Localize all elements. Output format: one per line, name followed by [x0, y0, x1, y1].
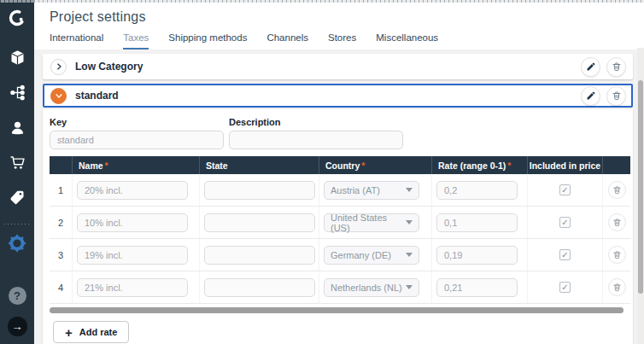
- country-select[interactable]: Germany (DE): [324, 246, 419, 265]
- required-marker: *: [361, 160, 365, 171]
- tax-category-standard[interactable]: standard: [43, 84, 633, 108]
- tab-miscellaneous[interactable]: Miscellaneous: [376, 32, 438, 50]
- vertical-scrollbar-track[interactable]: [637, 48, 644, 344]
- delete-rate-button[interactable]: [608, 278, 626, 296]
- dropdown-arrow-icon: [406, 253, 413, 257]
- category-detail-panel: Key Description Name* State Country* Rat…: [43, 109, 633, 344]
- tab-channels[interactable]: Channels: [266, 32, 308, 50]
- rate-value-input[interactable]: [436, 181, 518, 200]
- vertical-scrollbar-thumb[interactable]: [638, 80, 643, 294]
- tab-international[interactable]: International: [50, 32, 103, 50]
- tab-bar: International Taxes Shipping methods Cha…: [50, 32, 644, 50]
- tax-rates-table: Name* State Country* Rate (range 0-1)* I…: [50, 156, 630, 304]
- rate-name-input[interactable]: [77, 278, 188, 297]
- delete-rate-button[interactable]: [608, 246, 626, 264]
- key-label: Key: [50, 117, 224, 127]
- country-select[interactable]: Netherlands (NL): [324, 278, 419, 297]
- orders-cart-icon[interactable]: [7, 152, 27, 172]
- customers-icon[interactable]: [7, 117, 27, 137]
- tab-shipping-methods[interactable]: Shipping methods: [168, 32, 247, 50]
- delete-category-button[interactable]: [606, 86, 626, 106]
- rate-value-input[interactable]: [436, 278, 518, 297]
- column-header-index: [50, 156, 72, 174]
- table-row: 4 Netherlands (NL): [50, 271, 630, 304]
- row-index: 2: [50, 207, 72, 238]
- rate-value-input[interactable]: [436, 213, 518, 232]
- help-icon[interactable]: [9, 287, 26, 305]
- expand-arrow-icon[interactable]: [8, 317, 27, 336]
- table-row: 2 United States (US): [50, 207, 630, 239]
- dropdown-arrow-icon: [406, 188, 413, 192]
- table-row: 3 Germany (DE): [50, 239, 630, 271]
- column-header-name: Name*: [72, 156, 199, 174]
- description-label: Description: [229, 117, 403, 127]
- rate-state-input[interactable]: [204, 213, 315, 232]
- dropdown-arrow-icon: [406, 220, 413, 224]
- column-header-state: State: [199, 156, 319, 174]
- top-dotted-border: [0, 0, 644, 3]
- tab-stores[interactable]: Stores: [328, 32, 356, 50]
- rate-name-input[interactable]: [77, 246, 188, 265]
- delete-category-button[interactable]: [606, 57, 626, 77]
- column-header-country: Country*: [319, 156, 431, 174]
- page-header: Project settings International Taxes Shi…: [34, 0, 644, 50]
- rate-name-input[interactable]: [77, 181, 188, 200]
- rate-state-input[interactable]: [204, 278, 315, 297]
- rate-name-input[interactable]: [77, 213, 188, 232]
- page-title: Project settings: [50, 9, 644, 25]
- key-description-fields: Key Description: [50, 117, 626, 149]
- key-field-group: Key: [50, 117, 224, 149]
- rate-state-input[interactable]: [204, 246, 315, 265]
- plus-icon: [65, 326, 73, 339]
- horizontal-scrollbar[interactable]: [50, 307, 624, 313]
- dropdown-arrow-icon: [406, 285, 413, 289]
- products-box-icon[interactable]: [7, 47, 27, 67]
- included-in-price-checkbox[interactable]: [559, 184, 571, 195]
- main-area: Project settings International Taxes Shi…: [34, 0, 644, 344]
- edit-category-button[interactable]: [581, 57, 600, 77]
- column-header-rate: Rate (range 0-1)*: [431, 156, 527, 174]
- included-in-price-checkbox[interactable]: [559, 249, 571, 260]
- content-area: Low Category standard: [34, 50, 644, 344]
- tax-category-low[interactable]: Low Category: [43, 54, 633, 79]
- included-in-price-checkbox[interactable]: [559, 217, 571, 228]
- required-marker: *: [507, 160, 511, 171]
- table-row: 1 Austria (AT): [50, 174, 630, 207]
- delete-rate-button[interactable]: [608, 213, 626, 231]
- category-title: Low Category: [75, 61, 143, 73]
- settings-gear-icon[interactable]: [7, 233, 27, 254]
- required-marker: *: [105, 160, 108, 171]
- tab-taxes[interactable]: Taxes: [123, 32, 149, 50]
- rate-state-input[interactable]: [204, 181, 315, 200]
- chevron-down-icon[interactable]: [50, 88, 67, 104]
- country-select[interactable]: United States (US): [324, 213, 419, 232]
- country-select[interactable]: Austria (AT): [324, 181, 419, 200]
- included-in-price-checkbox[interactable]: [559, 282, 571, 293]
- description-field-group: Description: [229, 117, 403, 149]
- brand-logo-icon[interactable]: [7, 8, 27, 28]
- column-header-included: Included in price: [527, 156, 602, 174]
- rate-value-input[interactable]: [436, 246, 518, 265]
- chevron-right-icon[interactable]: [50, 59, 67, 75]
- key-input[interactable]: [50, 131, 224, 149]
- discounts-tag-icon[interactable]: [7, 187, 27, 207]
- category-title: standard: [75, 90, 119, 102]
- delete-rate-button[interactable]: [608, 181, 626, 199]
- description-input[interactable]: [229, 131, 403, 149]
- edit-category-button[interactable]: [581, 86, 600, 106]
- column-header-actions: [602, 156, 630, 174]
- table-header-row: Name* State Country* Rate (range 0-1)* I…: [50, 156, 630, 174]
- row-index: 3: [50, 239, 72, 271]
- row-index: 1: [50, 174, 72, 206]
- sidebar-divider: [4, 224, 30, 224]
- categories-tree-icon[interactable]: [7, 82, 27, 102]
- add-rate-button[interactable]: Add rate: [53, 321, 129, 343]
- sidebar: [0, 0, 34, 344]
- row-index: 4: [50, 271, 72, 303]
